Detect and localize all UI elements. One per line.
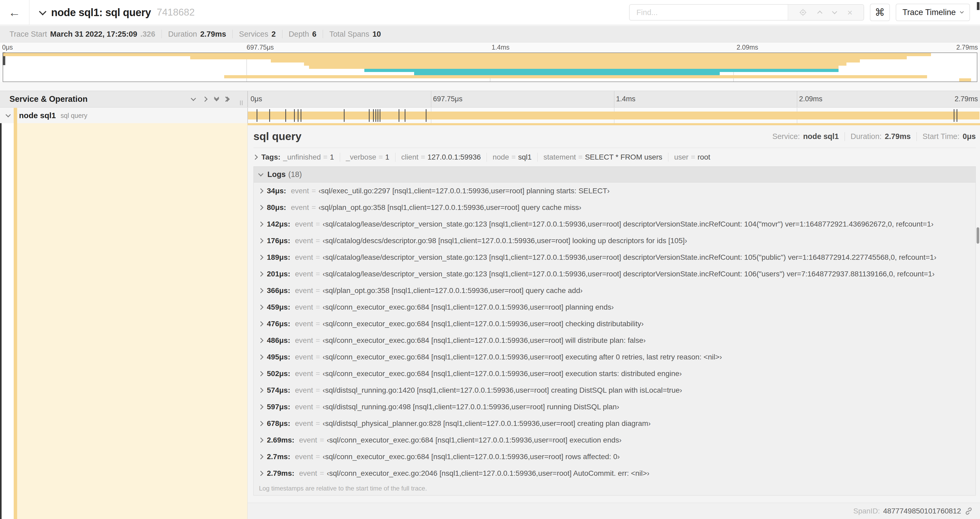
log-row[interactable]: 502μs:event=‹sql/conn_executor_exec.go:6… [254,365,975,382]
keyboard-shortcuts-button[interactable]: ⌘ [870,4,890,21]
span-service-color-accent [14,123,17,519]
log-equals: = [320,436,324,444]
meta-value: 0μs [963,132,976,141]
log-marker-tick[interactable] [301,109,301,122]
next-match-icon[interactable] [832,9,837,14]
log-equals: = [316,319,320,328]
log-marker-tick[interactable] [269,109,270,122]
log-marker-tick[interactable] [956,109,957,122]
detail-meta: Service:node sql1Duration:2.79msStart Ti… [772,132,976,141]
log-marker-tick[interactable] [369,109,370,122]
minimap-tick-label: 0μs [2,43,13,51]
log-row[interactable]: 476μs:event=‹sql/conn_executor_exec.go:6… [254,315,975,332]
chevron-right-icon [258,404,263,410]
log-marker-tick[interactable] [380,109,380,122]
span-duration-bar[interactable] [248,112,980,120]
trace-title-toggle[interactable]: node sql1: sql query 7418682 [40,6,195,18]
log-row[interactable]: 80μs:event=‹sql/plan_opt.go:358 [nsql1,c… [254,199,975,216]
stat-label: Trace Start [10,30,47,38]
log-field-key: event [295,419,313,428]
chevron-right-icon [258,421,263,426]
stat-label: Duration [168,30,197,38]
span-operation-name: sql query [60,112,87,120]
span-row-timeline[interactable] [247,108,980,123]
log-equals: = [316,452,320,461]
log-marker-tick[interactable] [405,109,406,122]
log-marker-tick[interactable] [399,109,399,122]
log-row[interactable]: 34μs:event=‹sql/exec_util.go:2297 [nsql1… [254,182,975,199]
logs-count: (18) [288,170,302,179]
log-marker-tick[interactable] [285,109,286,122]
back-button[interactable]: ← [0,0,30,25]
scrollbar-thumb[interactable] [977,2,980,10]
find-input[interactable] [630,5,788,20]
log-row[interactable]: 597μs:event=‹sql/distsql_running.go:498 … [254,398,975,415]
log-row[interactable]: 201μs:event=‹sql/catalog/lease/descripto… [254,265,975,282]
span-row-name-column[interactable]: node sql1 sql query [0,108,247,123]
log-field-value: ‹sql/conn_executor_exec.go:684 [nsql1,cl… [327,436,622,444]
log-field-key: event [299,469,317,477]
log-equals: = [316,369,320,378]
log-field-key: event [295,270,313,278]
log-timestamp: 201μs: [267,270,290,278]
locate-icon[interactable] [799,8,807,16]
minimap-tick-label: 2.79ms [956,43,978,51]
log-row[interactable]: 2.69ms:event=‹sql/conn_executor_exec.go:… [254,432,975,448]
tags-row[interactable]: Tags: _unfinished=1_verbose=1client=127.… [253,148,976,166]
log-timestamp: 486μs: [267,336,290,345]
log-field-key: event [295,386,313,394]
log-row[interactable]: 495μs:event=‹sql/conn_executor_exec.go:6… [254,349,975,365]
prev-match-icon[interactable] [817,11,822,16]
column-resizer-grip[interactable] [240,101,243,105]
log-row[interactable]: 2.7ms:event=‹sql/conn_executor_exec.go:6… [254,448,975,465]
log-row[interactable]: 176μs:event=‹sql/catalog/descs/descripto… [254,232,975,249]
log-row[interactable]: 678μs:event=‹sql/distsql_physical_planne… [254,415,975,432]
ruler-tick-label: 2.09ms [799,95,822,103]
log-row[interactable]: 459μs:event=‹sql/conn_executor_exec.go:6… [254,299,975,315]
log-marker-tick[interactable] [298,109,299,122]
log-timestamp: 176μs: [267,236,290,245]
log-field-value: ‹sql/conn_executor_exec.go:684 [nsql1,cl… [323,319,644,328]
ruler-gridline [431,91,431,107]
log-field-value: ‹sql/catalog/descs/descriptor.go:98 [nsq… [323,236,687,245]
collapse-one-icon[interactable] [191,96,196,101]
link-icon[interactable] [964,506,973,516]
log-row[interactable]: 366μs:event=‹sql/plan_opt.go:358 [nsql1,… [254,282,975,299]
tag-separator [668,153,668,162]
scrollbar-thumb[interactable] [977,227,979,244]
span-service-name: node sql1 [19,111,56,120]
log-marker-tick[interactable] [954,109,955,122]
span-row[interactable]: node sql1 sql query [0,108,980,123]
log-row[interactable]: 142μs:event=‹sql/catalog/lease/descripto… [254,216,975,232]
log-marker-tick[interactable] [294,109,295,122]
view-selector-button[interactable]: Trace Timeline [896,4,970,21]
log-row[interactable]: 2.79ms:event=‹sql/conn_executor_exec.go:… [254,465,975,482]
log-field-key: event [295,319,313,328]
log-marker-tick[interactable] [373,109,374,122]
log-marker-tick[interactable] [426,109,426,122]
log-field-value: ‹sql/catalog/lease/descriptor_version_st… [323,220,934,228]
log-row[interactable]: 189μs:event=‹sql/catalog/lease/descripto… [254,249,975,265]
chevron-right-icon [258,454,263,459]
log-marker-tick[interactable] [256,109,258,122]
log-equals: = [320,469,324,477]
span-collapse-icon[interactable] [6,112,11,117]
expand-one-icon[interactable] [202,96,208,102]
clear-icon[interactable]: × [847,8,853,17]
expand-all-icon[interactable] [226,97,229,101]
logs-header[interactable]: Logs (18) [254,167,975,182]
timeline-minimap[interactable]: 0μs697.75μs1.4ms2.09ms2.79ms [0,43,980,82]
log-marker-tick[interactable] [375,109,376,122]
meta-separator [845,132,845,141]
log-marker-tick[interactable] [377,109,378,122]
log-marker-tick[interactable] [344,109,345,122]
log-row[interactable]: 486μs:event=‹sql/conn_executor_exec.go:6… [254,332,975,349]
log-field-key: event [295,369,313,378]
span-id-value: 4877749850101760812 [883,507,961,515]
stats-separator [323,30,323,38]
collapse-all-icon[interactable] [215,98,218,101]
chevron-right-icon [258,471,263,476]
chevron-right-icon [258,371,263,376]
log-row[interactable]: 574μs:event=‹sql/distsql_running.go:1420… [254,382,975,398]
minimap-canvas[interactable] [3,53,977,82]
